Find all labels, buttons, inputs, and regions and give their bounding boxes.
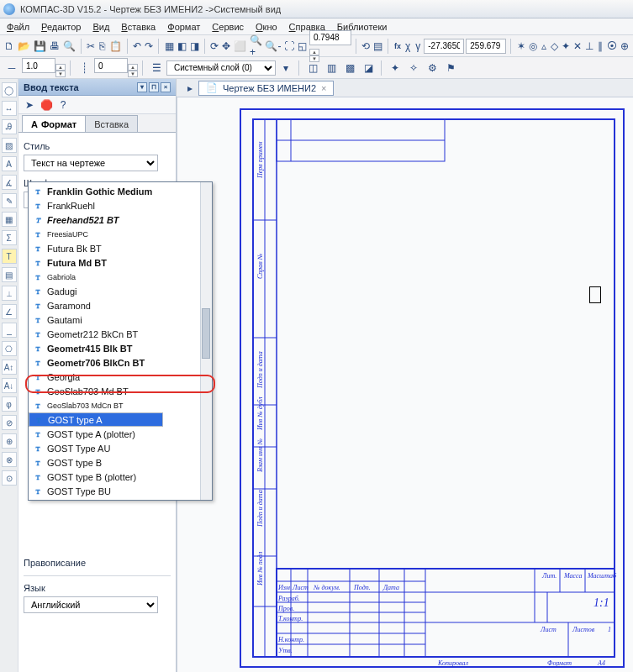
font-option[interactable]: ᴛGautami	[29, 312, 212, 327]
zoom-input[interactable]	[309, 30, 351, 45]
tb2-layer-icon[interactable]: ☰	[148, 60, 165, 76]
tb-zoomall-icon[interactable]: ◱	[297, 38, 308, 55]
sb-help-icon[interactable]: ?	[55, 97, 71, 113]
tab-format[interactable]: AФормат	[22, 115, 86, 132]
doc-tab[interactable]: 📄 Чертеж БЕЗ ИМЕНИ2 ×	[198, 81, 334, 96]
tb2-g3-icon[interactable]: ▩	[341, 60, 358, 76]
tb-fit-icon[interactable]: ⛶	[283, 38, 295, 55]
font-option[interactable]: ᴛGadugi	[29, 284, 212, 298]
coord-x[interactable]	[424, 39, 464, 54]
tb2-line-icon[interactable]: ─	[3, 60, 20, 76]
tb-snap2-icon[interactable]: ◎	[528, 38, 538, 55]
panel-close-icon[interactable]: ×	[161, 82, 171, 92]
tb2-m1-icon[interactable]: ✦	[387, 60, 404, 76]
font-option[interactable]: ᴛGOST type B	[29, 455, 212, 470]
tb-snap9-icon[interactable]: ⦿	[606, 38, 618, 55]
font-option[interactable]: ᴛGulim	[29, 498, 212, 501]
tb-save-icon[interactable]: 💾	[33, 38, 47, 55]
tb-persp-icon[interactable]: ◨	[189, 38, 200, 55]
tb-x-icon[interactable]: χ	[404, 38, 412, 55]
tb2-g2-icon[interactable]: ▥	[323, 60, 340, 76]
tb-snap10-icon[interactable]: ⊕	[620, 38, 630, 55]
line-size-input[interactable]	[22, 58, 55, 73]
tb-panes-icon[interactable]: ▤	[372, 38, 383, 55]
line-size[interactable]: ▲▼	[22, 58, 66, 77]
step[interactable]: ▲▼	[94, 58, 138, 77]
coord-x-input[interactable]	[424, 39, 464, 54]
tb2-layeredit-icon[interactable]: ▾	[277, 60, 294, 76]
tb-shade-icon[interactable]: ◧	[177, 38, 187, 55]
panel-pin-icon[interactable]: ⊓	[149, 82, 159, 92]
menu-editor[interactable]: Редактор	[41, 22, 81, 32]
up-icon[interactable]: ▲	[128, 64, 138, 71]
font-option[interactable]: ᴛFutura Bk BT	[29, 241, 212, 255]
step-input[interactable]	[94, 58, 128, 73]
vb-e2-icon[interactable]: ∠	[2, 304, 17, 319]
font-dropdown-list[interactable]: ᴛFranklin Gothic MediumᴛFrankRuehlᴛFreeh…	[28, 181, 213, 501]
tb-snap8-icon[interactable]: ∥	[596, 38, 604, 55]
font-option[interactable]: ᴛGOST Type AU	[29, 441, 212, 455]
drawing-canvas[interactable]: Перв примен Справ № Подп и дата Инв № ду…	[177, 97, 633, 672]
vb-e5-icon[interactable]: A↕	[2, 360, 17, 375]
vb-e11-icon[interactable]: ⊙	[2, 470, 17, 486]
tb2-g1-icon[interactable]: ◫	[304, 60, 321, 76]
vb-geom-icon[interactable]: ◯	[2, 82, 17, 97]
vb-e1-icon[interactable]: ⟂	[2, 286, 17, 301]
font-option[interactable]: ᴛGaramond	[29, 298, 212, 312]
tb-snap1-icon[interactable]: ✶	[516, 38, 526, 55]
font-option[interactable]: ᴛFutura Md BT	[29, 255, 212, 270]
scrollbar-thumb[interactable]	[202, 308, 210, 359]
font-option[interactable]: ᴛGOST Type BU	[29, 484, 212, 498]
layer-select[interactable]: Системный слой (0)	[166, 60, 276, 76]
panel-min-icon[interactable]: ▾	[137, 82, 147, 92]
font-option[interactable]: ᴛGOST type A (plotter)	[29, 427, 212, 441]
vb-e9-icon[interactable]: ⊕	[2, 433, 17, 449]
tb-redraw-icon[interactable]: ⟲	[361, 38, 371, 55]
coord-y-input[interactable]	[466, 39, 506, 54]
tb2-m4-icon[interactable]: ⚑	[442, 60, 459, 76]
vb-dim-icon[interactable]: ↔	[2, 101, 17, 116]
font-option[interactable]: ᴛFreesiaUPC	[29, 227, 212, 241]
tb-copy-icon[interactable]: ⎘	[98, 38, 106, 55]
vb-angle-icon[interactable]: ∡	[2, 175, 17, 190]
lang-select[interactable]: Английский	[24, 596, 158, 613]
vb-e7-icon[interactable]: φ	[2, 396, 17, 412]
down-icon[interactable]: ▼	[55, 71, 66, 77]
coord-y[interactable]	[466, 39, 506, 54]
sb-arrow-icon[interactable]: ➤	[22, 97, 37, 113]
font-option[interactable]: ᴛGeoSlab703 Md BT	[29, 384, 212, 398]
tb-print-icon[interactable]: 🖶	[49, 38, 61, 55]
tb-open-icon[interactable]: 📂	[17, 38, 31, 55]
tb-snap3-icon[interactable]: ▵	[540, 38, 548, 55]
tab-insert[interactable]: Вставка	[85, 115, 138, 132]
tb-redo-icon[interactable]: ↷	[144, 38, 154, 55]
tb2-step-icon[interactable]: ┊	[76, 60, 92, 76]
tb-snap4-icon[interactable]: ◇	[550, 38, 559, 55]
tb-paste-icon[interactable]: 📋	[108, 38, 123, 55]
vb-hatch-icon[interactable]: ▨	[2, 138, 17, 153]
vb-e6-icon[interactable]: A↓	[2, 378, 17, 393]
vb-edit-icon[interactable]: ✎	[2, 193, 17, 208]
tb-cut-icon[interactable]: ✂	[86, 38, 96, 55]
doctab-nav-icon[interactable]: ▸	[182, 80, 198, 97]
tb-zoomw-icon[interactable]: ⬜	[233, 38, 247, 55]
font-option[interactable]: ᴛGOST type A	[29, 412, 163, 427]
menu-insert[interactable]: Вставка	[121, 22, 156, 32]
vb-text-icon[interactable]: A	[2, 156, 17, 171]
tb-preview-icon[interactable]: 🔍	[62, 38, 76, 55]
vb-labels-icon[interactable]: Ꭿ	[2, 119, 17, 134]
vb-e4-icon[interactable]: ⎔	[2, 341, 17, 356]
style-select[interactable]: Текст на чертеже	[24, 155, 158, 171]
font-option[interactable]: ᴛGeorgia	[29, 370, 212, 384]
tb-fx-icon[interactable]: fx	[393, 38, 402, 55]
tb-zoomout-icon[interactable]: 🔍-	[265, 38, 282, 55]
font-option[interactable]: ᴛGeometr212 BkCn BT	[29, 327, 212, 341]
tb-undo-icon[interactable]: ↶	[132, 38, 142, 55]
font-option[interactable]: ᴛGeoSlab703 MdCn BT	[29, 398, 212, 412]
menu-format[interactable]: Формат	[167, 22, 200, 32]
doc-close-icon[interactable]: ×	[321, 83, 326, 93]
vb-e10-icon[interactable]: ⊗	[2, 452, 17, 467]
tb-snap5-icon[interactable]: ✦	[561, 38, 571, 55]
vb-e8-icon[interactable]: ⊘	[2, 415, 17, 430]
font-option[interactable]: ᴛGOST type B (plotter)	[29, 470, 212, 484]
